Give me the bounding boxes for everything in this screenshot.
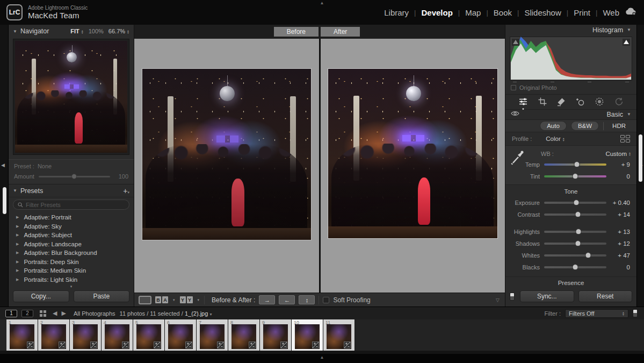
before-after-yy-button[interactable]: Y Y — [180, 295, 193, 304]
navigator-header[interactable]: ▼ Navigator FIT▲▼ 100% 66.7%▲▼ — [9, 25, 134, 38]
contrast-slider-knob[interactable] — [575, 211, 581, 217]
navigator-fit-button[interactable]: FIT▲▼ — [70, 28, 83, 34]
before-after-dropdown-caret[interactable]: ▾ — [173, 298, 175, 302]
yy-dropdown-caret[interactable]: ▾ — [198, 298, 200, 302]
adjustments-badge-icon[interactable] — [344, 341, 351, 348]
temp-slider-knob[interactable] — [574, 161, 580, 167]
filmstrip-thumbnail-11[interactable]: 11 — [323, 319, 355, 351]
histogram-plot[interactable] — [510, 37, 632, 81]
sync-settings-tool-icon[interactable] — [613, 96, 625, 108]
slider-value[interactable]: + 9 — [606, 161, 631, 168]
basic-collapse-icon[interactable]: ▼ — [627, 112, 631, 117]
previous-photo-arrow[interactable]: ◀ — [53, 310, 57, 317]
module-tab-develop[interactable]: Develop — [422, 8, 453, 17]
thumbnail-photo[interactable] — [231, 324, 256, 349]
before-after-leftright-button[interactable]: B A — [155, 295, 168, 304]
panel-visibility-eye-icon[interactable] — [511, 110, 519, 118]
filmstrip-thumbnail-5[interactable]: 5 — [133, 319, 165, 351]
main-window-button[interactable]: 1 — [5, 310, 17, 317]
grid-view-icon[interactable] — [40, 310, 46, 317]
adjustments-badge-icon[interactable] — [217, 341, 224, 348]
before-photo[interactable] — [142, 69, 311, 240]
thumbnail-photo[interactable] — [41, 324, 66, 349]
after-photo[interactable] — [328, 69, 497, 238]
shadows-slider-knob[interactable] — [575, 240, 581, 246]
cloud-sync-icon[interactable] — [625, 8, 636, 18]
paste-button[interactable]: Paste — [74, 290, 130, 302]
highlights-slider-knob[interactable] — [575, 229, 581, 234]
filmstrip-thumbnail-3[interactable]: 3 — [70, 319, 102, 351]
edit-tool-icon[interactable] — [517, 96, 529, 108]
profile-value-dropdown[interactable]: Color▲▼ — [546, 136, 565, 142]
preset-item[interactable]: ▶Adaptive: Subject — [9, 231, 134, 240]
adjustments-badge-icon[interactable] — [280, 341, 287, 348]
preset-expand-icon[interactable]: ▶ — [16, 215, 19, 219]
preset-item[interactable]: ▶Portraits: Deep Skin — [9, 258, 134, 267]
blacks-slider-track[interactable] — [544, 266, 606, 268]
bottom-panel-collapse-arrow[interactable]: ▲ — [320, 355, 324, 360]
preset-search-input[interactable] — [26, 202, 125, 208]
histogram-collapse-icon[interactable]: ▼ — [627, 27, 631, 32]
thumbnail-photo[interactable] — [295, 324, 320, 349]
shadow-clipping-indicator[interactable] — [512, 39, 519, 46]
filmstrip-source-label[interactable]: All Photographs — [74, 310, 115, 317]
left-panel-scrollbar[interactable] — [3, 187, 6, 214]
bw-button[interactable]: B&W — [571, 121, 599, 131]
current-filename[interactable]: 1_(2).jpg — [185, 310, 208, 317]
whites-slider-knob[interactable] — [585, 252, 591, 258]
exposure-slider-track[interactable] — [544, 202, 606, 204]
thumbnail-photo[interactable] — [327, 324, 351, 349]
contrast-slider-track[interactable] — [544, 213, 606, 216]
filmstrip-status[interactable]: 11 photos / 11 selected / 1_(2).jpg ▾ — [120, 310, 212, 317]
swap-before-after-button[interactable]: ↕ — [299, 295, 315, 304]
filter-toggle-switch[interactable] — [633, 309, 638, 317]
top-panel-collapse-arrow[interactable]: ▲ — [320, 1, 324, 5]
presets-collapse-icon[interactable]: ▼ — [13, 188, 17, 193]
exposure-slider-knob[interactable] — [574, 200, 580, 205]
highlights-slider-track[interactable] — [544, 231, 606, 233]
preset-expand-icon[interactable]: ▶ — [16, 260, 19, 264]
soft-proofing-checkbox[interactable] — [323, 297, 329, 303]
module-tab-map[interactable]: Map — [465, 8, 481, 17]
module-tab-slideshow[interactable]: Slideshow — [524, 8, 561, 17]
masking-tool-icon[interactable] — [594, 96, 605, 108]
sync-button[interactable]: Sync... — [520, 290, 574, 302]
preset-item[interactable]: ▶Portraits: Medium Skin — [9, 266, 134, 275]
sync-toggle-switch[interactable] — [510, 293, 515, 301]
copy-button[interactable]: Copy... — [13, 290, 69, 302]
filmstrip-thumbnail-2[interactable]: 2 — [38, 319, 70, 351]
navigator-zoom-pct-button[interactable]: 66.7%▲▼ — [108, 28, 129, 34]
slider-value[interactable]: + 14 — [606, 211, 631, 218]
adjustments-badge-icon[interactable] — [90, 341, 97, 348]
tint-slider-track[interactable] — [544, 175, 606, 177]
amount-slider-knob[interactable] — [71, 174, 77, 179]
module-tab-library[interactable]: Library — [384, 8, 409, 17]
thumbnail-photo[interactable] — [168, 324, 193, 349]
navigator-collapse-icon[interactable]: ▼ — [13, 29, 17, 34]
slider-value[interactable]: + 13 — [606, 229, 631, 235]
slider-value[interactable]: + 12 — [606, 240, 631, 247]
preset-expand-icon[interactable]: ▶ — [16, 233, 19, 237]
whites-slider-track[interactable] — [544, 254, 606, 257]
thumbnail-photo[interactable] — [136, 324, 161, 349]
thumbnail-photo[interactable] — [105, 324, 129, 349]
reset-button[interactable]: Reset — [578, 290, 633, 302]
preset-expand-icon[interactable]: ▶ — [16, 268, 19, 273]
filmstrip-status-caret[interactable]: ▾ — [209, 312, 212, 317]
adjustments-badge-icon[interactable] — [59, 341, 66, 348]
shadows-slider-track[interactable] — [544, 243, 606, 245]
auto-button[interactable]: Auto — [540, 121, 567, 131]
preset-expand-icon[interactable]: ▶ — [16, 224, 19, 229]
navigator-zoom-100-button[interactable]: 100% — [89, 28, 104, 34]
second-window-button[interactable]: 2 — [21, 310, 33, 317]
slider-value[interactable]: 0 — [606, 264, 631, 271]
left-panel-collapse-arrow[interactable]: ◀ — [1, 162, 5, 168]
adjustments-badge-icon[interactable] — [122, 341, 129, 348]
original-photo-checkbox[interactable] — [511, 85, 516, 90]
preset-item[interactable]: ▶Adaptive: Blur Background — [9, 248, 134, 258]
navigator-preview[interactable] — [13, 39, 129, 155]
adjustments-badge-icon[interactable] — [249, 341, 256, 348]
thumbnail-photo[interactable] — [200, 324, 225, 349]
filmstrip-thumbnail-8[interactable]: 8 — [228, 319, 260, 351]
preset-item[interactable]: ▶Adaptive: Landscape — [9, 240, 134, 249]
